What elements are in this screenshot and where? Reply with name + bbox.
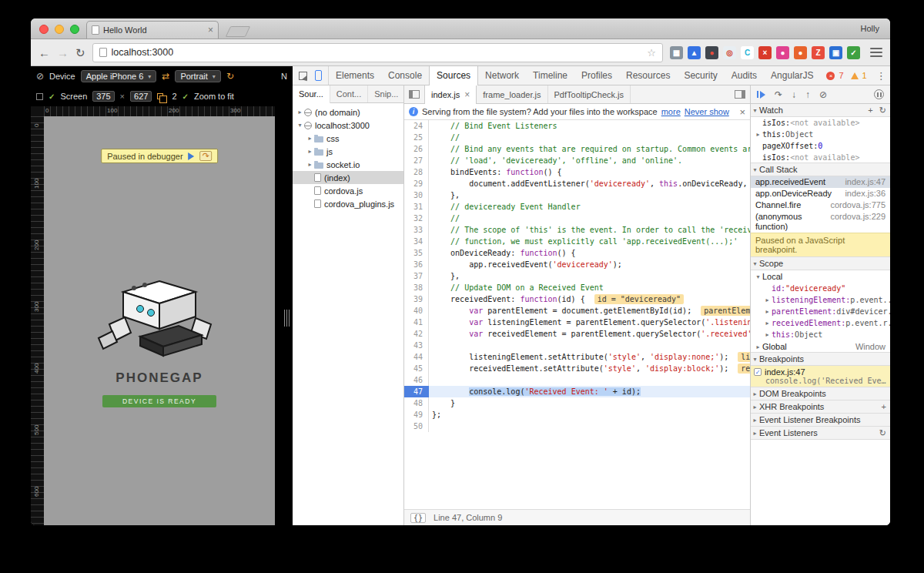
profile-name[interactable]: Holly xyxy=(861,24,879,33)
bookmark-star-icon[interactable]: ☆ xyxy=(647,47,656,59)
line-number-24[interactable]: 24 xyxy=(404,120,429,132)
warning-count[interactable]: 1 xyxy=(862,71,867,80)
line-number-27[interactable]: 27 xyxy=(404,155,429,166)
orientation-select[interactable]: Portrait▾ xyxy=(175,70,220,82)
toggle-device-mode-icon[interactable] xyxy=(315,70,322,81)
devtools-tab-angularjs[interactable]: AngularJS xyxy=(764,66,820,85)
swap-dimensions-icon[interactable]: ⇄ xyxy=(162,71,169,82)
line-number-26[interactable]: 26 xyxy=(404,143,429,155)
line-number-50[interactable]: 50 xyxy=(404,421,429,432)
add-watch-icon[interactable]: + xyxy=(868,106,872,116)
reset-device-icon[interactable]: ↻ xyxy=(226,71,234,82)
address-bar[interactable]: localhost:3000 ☆ xyxy=(92,43,663,62)
code-text[interactable]: // Bind Event Listeners xyxy=(429,120,750,132)
devtools-tab-console[interactable]: Console xyxy=(381,66,429,85)
line-number-46[interactable]: 46 xyxy=(404,374,429,386)
code-text[interactable]: listeningElement.setAttribute('style', '… xyxy=(429,351,750,363)
code-text[interactable]: app.receivedEvent('deviceready'); xyxy=(429,259,750,270)
devtools-tab-sources[interactable]: Sources xyxy=(429,66,478,85)
line-number-45[interactable]: 45 xyxy=(404,363,429,374)
code-text[interactable]: }; xyxy=(429,409,750,421)
watch-expression[interactable]: isIos: <not available> xyxy=(751,117,890,129)
extension-target[interactable]: ◎ xyxy=(723,46,736,59)
call-stack-frame[interactable]: index.js:36app.onDeviceReady xyxy=(751,188,890,199)
more-link[interactable]: more xyxy=(661,107,681,116)
code-text[interactable]: receivedElement.setAttribute('style', 'd… xyxy=(429,363,750,374)
expand-arrow-icon[interactable]: ▸ xyxy=(763,331,772,338)
file-tree-item-localhost-3000[interactable]: ▾localhost:3000 xyxy=(293,119,403,132)
file-tree-item-css[interactable]: ▸css xyxy=(293,132,403,145)
infobar-close-icon[interactable]: × xyxy=(739,106,745,118)
extension-grid[interactable]: ▦ xyxy=(670,46,683,59)
deactivate-breakpoints-button[interactable]: ⊘ xyxy=(819,90,827,99)
code-text[interactable]: }, xyxy=(429,270,750,282)
file-tree-item-js[interactable]: ▸js xyxy=(293,145,403,158)
forward-button[interactable]: → xyxy=(57,47,69,59)
line-number-40[interactable]: 40 xyxy=(404,305,429,317)
line-number-48[interactable]: 48 xyxy=(404,397,429,409)
call-stack-frame[interactable]: cordova.js:229(anonymous function) xyxy=(751,211,890,233)
code-text[interactable]: var parentElement = document.getElementB… xyxy=(429,305,750,317)
reload-button[interactable]: ↻ xyxy=(75,47,85,59)
line-number-47[interactable]: 47 xyxy=(404,386,429,397)
file-tree-item-cordova-plugins-js[interactable]: cordova_plugins.js xyxy=(293,197,403,210)
devtools-tab-network[interactable]: Network xyxy=(478,66,526,85)
line-number-29[interactable]: 29 xyxy=(404,178,429,189)
line-number-38[interactable]: 38 xyxy=(404,282,429,293)
breakpoint-checkbox[interactable]: ✓ xyxy=(754,368,762,376)
expand-arrow-icon[interactable]: ▸ xyxy=(754,131,762,138)
code-text[interactable]: }, xyxy=(429,189,750,201)
fit-icon[interactable] xyxy=(36,93,43,100)
watch-expression[interactable]: pageXOffset: 0 xyxy=(751,140,890,152)
extension-blue-arrow[interactable]: ▲ xyxy=(688,46,701,59)
code-text[interactable] xyxy=(429,374,750,386)
devtools-menu-icon[interactable]: ⋮ xyxy=(874,70,889,82)
line-number-39[interactable]: 39 xyxy=(404,293,429,305)
navigator-tab[interactable]: Sour... xyxy=(293,85,330,103)
pause-on-exceptions-button[interactable] xyxy=(874,89,884,99)
code-editor[interactable]: 24 // Bind Event Listeners25 //26 // Bin… xyxy=(404,120,750,509)
scope-property[interactable]: ▸listeningElement: p.event... xyxy=(751,294,890,306)
call-stack-frame[interactable]: index.js:47app.receivedEvent xyxy=(751,176,890,188)
extension-x[interactable]: × xyxy=(758,46,772,59)
step-over-button[interactable]: ↷ xyxy=(775,90,782,99)
code-text[interactable]: // 'load', 'deviceready', 'offline', and… xyxy=(429,155,750,166)
editor-tab-frame-loader-js[interactable]: frame_loader.js xyxy=(477,85,547,103)
zoom-to-fit-checkbox[interactable]: ✓ xyxy=(182,92,189,101)
browser-tab[interactable]: Hello World × xyxy=(86,21,219,39)
extension-z[interactable]: Z xyxy=(812,46,825,59)
file-tree-item-socket-io[interactable]: ▸socket.io xyxy=(293,158,403,171)
line-number-33[interactable]: 33 xyxy=(404,224,429,236)
navigator-tab[interactable]: Snip... xyxy=(368,85,405,102)
expand-arrow-icon[interactable]: ▸ xyxy=(763,297,772,303)
line-number-35[interactable]: 35 xyxy=(404,247,429,259)
section-event-listener-breakpoints[interactable]: ▸Event Listener Breakpoints xyxy=(751,413,890,427)
error-count[interactable]: 7 xyxy=(839,71,843,80)
code-text[interactable]: document.addEventListener('deviceready',… xyxy=(429,178,750,189)
resume-script-icon[interactable] xyxy=(189,152,195,160)
line-number-49[interactable]: 49 xyxy=(404,409,429,421)
scope-property[interactable]: ▸this: Object xyxy=(751,329,890,340)
minimize-window-button[interactable] xyxy=(55,25,64,34)
code-text[interactable] xyxy=(429,340,750,351)
never-show-link[interactable]: Never show xyxy=(685,107,729,116)
console-error-icon[interactable]: × xyxy=(826,72,835,80)
code-text[interactable]: // xyxy=(429,132,750,143)
line-number-43[interactable]: 43 xyxy=(404,340,429,351)
close-window-button[interactable] xyxy=(39,25,49,34)
line-number-31[interactable]: 31 xyxy=(404,201,429,213)
line-number-36[interactable]: 36 xyxy=(404,259,429,270)
code-text[interactable]: onDeviceReady: function() { xyxy=(429,247,750,259)
code-text[interactable]: var receivedElement = parentElement.quer… xyxy=(429,328,750,340)
section-event-listeners[interactable]: ▸Event Listeners↻ xyxy=(751,426,890,440)
watch-expression[interactable]: isIos: <not available> xyxy=(751,152,890,163)
code-text[interactable]: console.log('Received Event: ' + id); xyxy=(429,386,750,397)
extension-orange[interactable]: ● xyxy=(794,46,807,59)
scope-property[interactable]: ▸parentElement: div#devicer... xyxy=(751,306,890,317)
watch-section-header[interactable]: ▾ Watch +↻ xyxy=(751,104,890,117)
line-number-44[interactable]: 44 xyxy=(404,351,429,363)
extension-c[interactable]: C xyxy=(741,46,754,59)
section-dom-breakpoints[interactable]: ▸DOM Breakpoints xyxy=(751,387,890,400)
line-number-25[interactable]: 25 xyxy=(404,132,429,143)
line-number-34[interactable]: 34 xyxy=(404,236,429,247)
